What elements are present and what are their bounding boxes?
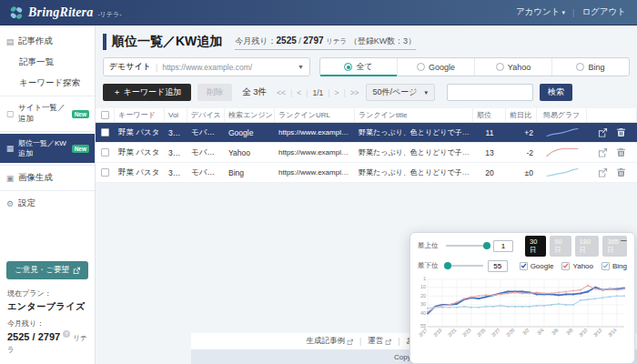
volume-cell: 3600: [165, 168, 187, 177]
next-page-button[interactable]: >: [334, 88, 339, 97]
period-buttons: 30日 90日 180日 365日: [525, 236, 627, 257]
period-30d-button[interactable]: 30日: [525, 236, 546, 257]
engine-checkboxes: Google Yahoo Bing: [520, 262, 627, 270]
plan-remain-label: 今月残り：: [7, 318, 87, 329]
header-divider: |: [572, 8, 574, 17]
external-link-icon: [73, 267, 80, 274]
sidebar-item-article-list[interactable]: 記事一覧: [0, 52, 95, 73]
top-rank-input[interactable]: [493, 240, 513, 252]
table-row[interactable]: 野菜 パスタ 3600 モバイル Bing https://www.exampl…: [96, 163, 637, 183]
svg-text:2/25: 2/25: [476, 327, 487, 338]
spark-chart: [537, 167, 587, 177]
table-row[interactable]: 野菜 パスタ 3600 モバイル Yahoo https://www.examp…: [96, 143, 637, 163]
sidebar-item-site-list[interactable]: ▢ サイト一覧／追加 New: [0, 98, 95, 129]
sidebar-item-keyword-explore[interactable]: キーワード探索: [0, 73, 95, 94]
top-rank-slider[interactable]: [446, 245, 489, 247]
radio-google[interactable]: Google: [398, 58, 475, 76]
row-checkbox[interactable]: [101, 168, 109, 177]
device-cell: モバイル: [187, 127, 225, 138]
svg-text:3/8: 3/8: [565, 327, 574, 336]
prev-page-button[interactable]: <: [297, 88, 301, 97]
last-page-button[interactable]: >>: [350, 88, 359, 97]
google-checkbox[interactable]: Google: [520, 262, 554, 270]
plan-current-label: 現在プラン：: [7, 288, 87, 298]
radio-bing[interactable]: Bing: [552, 58, 629, 76]
radio-all[interactable]: 全て: [320, 58, 398, 76]
image-generate-icon: ▣: [5, 174, 15, 183]
rank-chart-panel: − 最上位 30日 90日 180日 365日 最下位 Google: [410, 232, 635, 364]
radio-yahoo[interactable]: Yahoo: [475, 58, 552, 76]
sidebar-divider: [0, 190, 95, 191]
device-cell: モバイル: [187, 167, 225, 178]
footer-link[interactable]: 生成記事例: [307, 336, 354, 347]
url-cell[interactable]: https://www.example.com/blog…: [275, 128, 355, 136]
article-create-icon: ▤: [5, 37, 15, 46]
footer-divider: |: [398, 337, 399, 346]
app-name: BringRitera: [28, 5, 93, 20]
svg-text:1: 1: [423, 276, 426, 281]
slider-handle[interactable]: [444, 262, 451, 269]
open-link-icon[interactable]: [598, 167, 608, 177]
chevron-down-icon: ▾: [425, 89, 429, 96]
sidebar-item-image-generate[interactable]: ▣ 画像生成: [0, 167, 95, 188]
page-title: 順位一覧／KW追加: [103, 34, 222, 50]
trash-icon[interactable]: [616, 167, 626, 177]
search-input[interactable]: [447, 84, 533, 101]
footer-divider: |: [359, 337, 361, 346]
url-cell[interactable]: https://www.example.com/blog…: [275, 168, 355, 177]
slider-handle[interactable]: [483, 242, 490, 249]
sidebar-item-settings[interactable]: ⚙ 設定: [0, 193, 95, 214]
row-checkbox[interactable]: [101, 128, 109, 136]
yahoo-checkbox[interactable]: Yahoo: [561, 262, 593, 270]
delete-button[interactable]: 削除: [197, 84, 232, 101]
select-all-checkbox[interactable]: [101, 111, 109, 119]
bottom-rank-input[interactable]: [488, 260, 508, 272]
add-keyword-button[interactable]: ＋ キーワード追加: [103, 84, 191, 101]
period-180d-button[interactable]: 180日: [575, 236, 600, 257]
site-name: デモサイト: [109, 61, 151, 73]
sidebar-item-rank-list[interactable]: ▦ 順位一覧／KW追加 New: [0, 134, 95, 163]
logout-button[interactable]: ログアウト: [581, 6, 626, 18]
engine-filter-group: 全て Google Yahoo Bing: [319, 57, 630, 76]
url-cell[interactable]: https://www.example.com/blog…: [275, 148, 355, 157]
top-bar: BringRitera -リテラ- アカウント▾ | ログアウト: [0, 0, 637, 25]
open-link-icon[interactable]: [598, 147, 608, 157]
info-icon[interactable]: ?: [63, 330, 70, 338]
rank-list-icon: ▦: [5, 144, 15, 153]
feedback-button[interactable]: ご意見・ご要望: [6, 261, 88, 279]
chevron-down-icon: ▼: [298, 64, 304, 70]
open-link-icon[interactable]: [598, 127, 608, 137]
footer-link[interactable]: 運営: [368, 336, 391, 347]
checkbox-icon: [561, 262, 570, 270]
credits-summary: 今月残り：2525 / 2797 リテラ （登録KW数：3）: [235, 35, 416, 50]
account-menu[interactable]: アカウント▾: [516, 6, 565, 18]
external-link-icon: [385, 339, 391, 345]
app-subtitle: -リテラ-: [97, 10, 121, 19]
svg-text:10: 10: [420, 284, 426, 289]
sidebar-item-article-create[interactable]: ▤ 記事作成: [0, 31, 95, 52]
search-button[interactable]: 検索: [540, 84, 572, 101]
top-rank-label: 最上位: [418, 241, 441, 250]
checkbox-icon: [520, 262, 528, 270]
first-page-button[interactable]: <<: [277, 88, 286, 97]
bottom-rank-slider[interactable]: [446, 265, 483, 267]
minimize-button[interactable]: −: [620, 234, 627, 248]
engine-cell: Yahoo: [225, 148, 275, 157]
trash-icon[interactable]: [616, 127, 626, 137]
site-select[interactable]: デモサイト | https://www.example.com/ ▼: [103, 57, 310, 76]
period-90d-button[interactable]: 90日: [550, 236, 571, 257]
page-size-select[interactable]: 50件/ページ ▾: [366, 84, 435, 101]
svg-text:40: 40: [420, 310, 426, 316]
svg-text:3/10: 3/10: [578, 327, 589, 338]
trash-icon[interactable]: [616, 147, 626, 157]
table-row[interactable]: 野菜 パスタ 3600 モバイル Google https://www.exam…: [96, 123, 637, 143]
svg-text:3/12: 3/12: [592, 327, 603, 338]
diff-cell: -2: [506, 148, 537, 157]
sidebar-divider: [0, 165, 95, 166]
rank-cell: 13: [473, 148, 506, 157]
plan-remaining-credits: 2525 / 2797 ? リテラ: [7, 330, 87, 355]
bottom-rank-label: 最下位: [418, 261, 441, 270]
bing-checkbox[interactable]: Bing: [602, 262, 627, 270]
row-checkbox[interactable]: [101, 148, 109, 157]
site-url: https://www.example.com/: [162, 63, 252, 72]
